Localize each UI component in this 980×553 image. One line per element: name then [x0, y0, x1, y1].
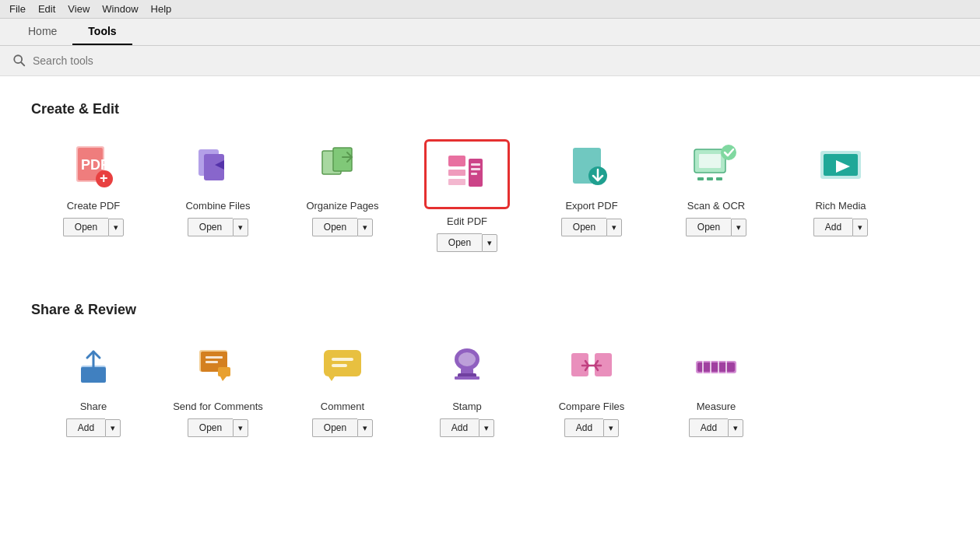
- stamp-add-btn[interactable]: Add: [440, 418, 479, 437]
- menu-edit[interactable]: Edit: [38, 3, 55, 15]
- stamp-icon-wrapper: [436, 340, 498, 394]
- svg-rect-32: [205, 356, 223, 359]
- create-pdf-open-btn[interactable]: Open: [63, 218, 108, 236]
- send-for-comments-icon-wrapper: [187, 340, 249, 394]
- svg-rect-11: [448, 156, 465, 166]
- stamp-name: Stamp: [452, 401, 482, 412]
- svg-point-39: [458, 352, 476, 366]
- comment-icon-wrapper: [311, 340, 374, 394]
- svg-rect-36: [332, 358, 353, 361]
- svg-text:+: +: [100, 170, 108, 186]
- scan-ocr-name: Scan & OCR: [687, 200, 745, 212]
- share-review-grid: Share Add ▾ Se: [31, 340, 949, 456]
- tool-organize-pages: Organize Pages Open ▾: [280, 139, 405, 252]
- organize-pages-open-btn[interactable]: Open: [312, 218, 357, 236]
- svg-rect-12: [448, 170, 465, 176]
- tool-edit-pdf: Edit PDF Open ▾: [405, 139, 529, 252]
- tab-tools[interactable]: Tools: [72, 19, 132, 45]
- menubar: File Edit View Window Help: [0, 0, 980, 19]
- share-dropdown-btn[interactable]: ▾: [105, 419, 121, 437]
- tab-home[interactable]: Home: [12, 19, 72, 45]
- share-review-section: Share & Review Share Add ▾: [31, 302, 949, 456]
- export-pdf-name: Export PDF: [565, 200, 617, 212]
- share-name: Share: [80, 401, 107, 412]
- svg-rect-25: [716, 177, 722, 180]
- menu-help[interactable]: Help: [151, 3, 172, 15]
- organize-pages-btn-group: Open ▾: [312, 218, 373, 236]
- svg-point-22: [721, 145, 736, 160]
- menu-view[interactable]: View: [68, 3, 90, 15]
- send-for-comments-open-btn[interactable]: Open: [188, 418, 233, 437]
- svg-rect-16: [471, 168, 480, 170]
- svg-rect-50: [725, 361, 727, 373]
- compare-files-add-btn[interactable]: Add: [564, 418, 603, 437]
- rich-media-icon-wrapper: [810, 139, 872, 194]
- menu-file[interactable]: File: [9, 3, 26, 15]
- compare-files-dropdown-btn[interactable]: ▾: [603, 419, 619, 437]
- comment-btn-group: Open ▾: [312, 418, 373, 437]
- svg-rect-17: [471, 173, 477, 175]
- stamp-btn-group: Add ▾: [440, 418, 494, 437]
- measure-dropdown-btn[interactable]: ▾: [728, 419, 743, 437]
- tool-export-pdf: Export PDF Open ▾: [529, 139, 654, 252]
- svg-rect-21: [699, 154, 721, 168]
- measure-icon-wrapper: [685, 340, 747, 394]
- scan-ocr-icon: [691, 143, 741, 190]
- comment-dropdown-btn[interactable]: ▾: [357, 419, 373, 437]
- share-icon: [70, 344, 117, 390]
- create-pdf-name: Create PDF: [67, 200, 121, 212]
- combine-files-icon-wrapper: [187, 139, 249, 194]
- edit-pdf-icon: [444, 151, 490, 198]
- combine-files-dropdown-btn[interactable]: ▾: [233, 219, 248, 236]
- create-edit-grid: PDF + Create PDF Open ▾: [31, 139, 949, 271]
- share-btn-group: Add ▾: [66, 418, 121, 437]
- scan-ocr-dropdown-btn[interactable]: ▾: [731, 219, 746, 236]
- svg-rect-23: [697, 177, 704, 180]
- menu-window[interactable]: Window: [102, 3, 138, 15]
- svg-rect-13: [448, 179, 465, 185]
- combine-files-name: Combine Files: [185, 200, 250, 212]
- organize-pages-icon: [319, 143, 366, 190]
- combine-files-btn-group: Open ▾: [188, 218, 248, 236]
- share-add-btn[interactable]: Add: [66, 418, 105, 437]
- comment-icon: [319, 344, 366, 390]
- combine-files-open-btn[interactable]: Open: [188, 218, 233, 236]
- edit-pdf-dropdown-btn[interactable]: ▾: [482, 234, 497, 252]
- edit-pdf-open-btn[interactable]: Open: [437, 233, 482, 252]
- tabbar: Home Tools: [0, 19, 980, 46]
- export-pdf-icon: [568, 143, 615, 190]
- create-edit-section: Create & Edit PDF + Create PDF Open ▾: [31, 101, 949, 271]
- export-pdf-dropdown-btn[interactable]: ▾: [606, 219, 622, 236]
- tool-scan-ocr: Scan & OCR Open ▾: [654, 139, 778, 252]
- rich-media-add-btn[interactable]: Add: [813, 218, 852, 236]
- svg-rect-15: [471, 163, 480, 166]
- send-for-comments-btn-group: Open ▾: [188, 418, 248, 437]
- stamp-dropdown-btn[interactable]: ▾: [479, 419, 494, 437]
- tool-create-pdf: PDF + Create PDF Open ▾: [31, 139, 156, 252]
- create-pdf-dropdown-btn[interactable]: ▾: [108, 219, 124, 236]
- create-pdf-icon-wrapper: PDF +: [62, 139, 125, 194]
- tool-rich-media: Rich Media Add ▾: [778, 139, 903, 252]
- comment-open-btn[interactable]: Open: [312, 418, 357, 437]
- organize-pages-dropdown-btn[interactable]: ▾: [357, 219, 373, 236]
- rich-media-btn-group: Add ▾: [813, 218, 868, 236]
- rich-media-dropdown-btn[interactable]: ▾: [852, 219, 868, 236]
- tool-combine-files: Combine Files Open ▾: [156, 139, 280, 252]
- share-icon-wrapper: [62, 340, 125, 394]
- search-icon: [12, 54, 26, 68]
- compare-files-btn-group: Add ▾: [564, 418, 619, 437]
- measure-add-btn[interactable]: Add: [689, 418, 728, 437]
- organize-pages-name: Organize Pages: [306, 200, 378, 212]
- create-pdf-btn-group: Open ▾: [63, 218, 124, 236]
- edit-pdf-icon-wrapper: [424, 139, 510, 209]
- edit-pdf-name: Edit PDF: [447, 215, 487, 227]
- create-pdf-icon: PDF +: [70, 143, 117, 190]
- search-input[interactable]: [33, 54, 188, 67]
- tool-comment: Comment Open ▾: [280, 340, 405, 437]
- svg-rect-37: [332, 364, 347, 367]
- export-pdf-open-btn[interactable]: Open: [561, 218, 606, 236]
- searchbar: [0, 46, 980, 76]
- send-for-comments-dropdown-btn[interactable]: ▾: [233, 419, 248, 437]
- scan-ocr-open-btn[interactable]: Open: [686, 218, 731, 236]
- stamp-icon: [444, 344, 490, 390]
